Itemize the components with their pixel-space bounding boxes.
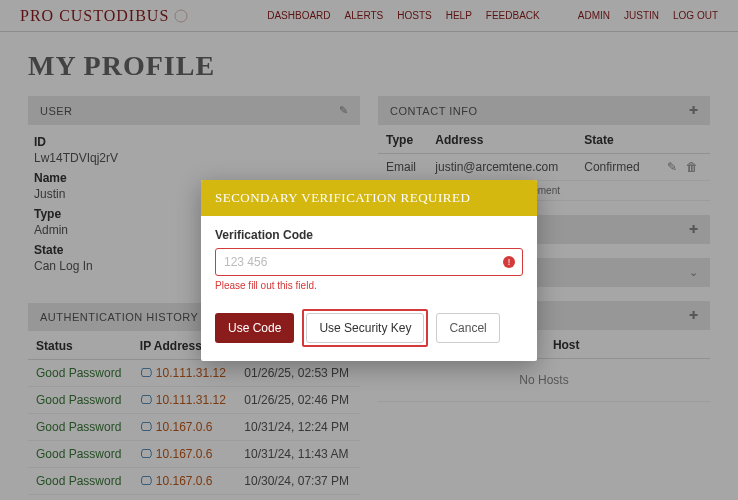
modal-overlay: SECONDARY VERIFICATION REQUIRED Verifica…	[0, 0, 738, 500]
verification-error: Please fill out this field.	[215, 280, 523, 291]
use-security-key-button[interactable]: Use Security Key	[306, 313, 424, 343]
verification-modal: SECONDARY VERIFICATION REQUIRED Verifica…	[201, 180, 537, 361]
use-security-key-highlight: Use Security Key	[302, 309, 428, 347]
verification-code-input[interactable]	[215, 248, 523, 276]
error-icon: !	[503, 256, 515, 268]
modal-title: SECONDARY VERIFICATION REQUIRED	[201, 180, 537, 216]
cancel-button[interactable]: Cancel	[436, 313, 499, 343]
verification-code-label: Verification Code	[215, 228, 523, 242]
use-code-button[interactable]: Use Code	[215, 313, 294, 343]
